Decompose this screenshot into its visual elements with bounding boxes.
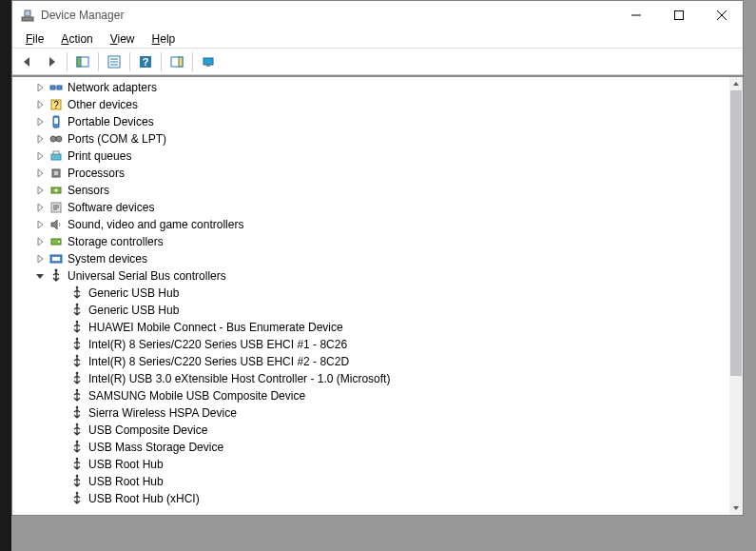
toolbar: ? — [12, 49, 743, 75]
expander-icon[interactable] — [33, 149, 47, 163]
svg-point-44 — [76, 492, 79, 495]
tree-category[interactable]: Sound, video and game controllers — [12, 216, 729, 233]
forward-button[interactable] — [40, 50, 63, 73]
svg-point-35 — [76, 338, 79, 341]
device-label: USB Mass Storage Device — [88, 441, 223, 454]
category-label: Print queues — [68, 149, 131, 163]
device-manager-window: Device Manager File Action View Help — [11, 0, 744, 516]
tree-device[interactable]: Intel(R) USB 3.0 eXtensible Host Control… — [12, 370, 729, 387]
properties-button[interactable] — [103, 50, 126, 73]
svg-point-42 — [76, 458, 79, 461]
svg-point-25 — [55, 189, 58, 192]
expander-icon[interactable] — [33, 115, 47, 128]
back-button[interactable] — [16, 50, 39, 73]
tree-category[interactable]: System devices — [12, 250, 729, 267]
tree-device[interactable]: SAMSUNG Mobile USB Composite Device — [12, 387, 729, 404]
scroll-up-button[interactable] — [729, 77, 743, 90]
titlebar[interactable]: Device Manager — [12, 1, 743, 30]
device-tree[interactable]: Network adapters?Other devicesPortable D… — [12, 77, 729, 515]
usb-device-icon — [69, 354, 85, 369]
usb-device-icon — [69, 491, 85, 506]
tree-device[interactable]: USB Root Hub — [12, 456, 729, 473]
svg-point-19 — [56, 136, 62, 142]
svg-rect-0 — [22, 17, 33, 21]
tree-category[interactable]: Sensors — [12, 182, 729, 199]
tree-device[interactable]: Intel(R) 8 Series/C220 Series USB EHCI #… — [12, 353, 729, 370]
scroll-track[interactable] — [729, 90, 743, 502]
expander-icon[interactable] — [33, 269, 47, 283]
scroll-down-button[interactable] — [729, 502, 743, 515]
expander-icon[interactable] — [33, 218, 47, 231]
tree-device[interactable]: HUAWEI Mobile Connect - Bus Enumerate De… — [12, 319, 729, 336]
expander-icon[interactable] — [33, 132, 47, 146]
menu-view[interactable]: View — [103, 31, 143, 47]
tree-category[interactable]: Network adapters — [12, 79, 729, 96]
ports-icon — [48, 131, 64, 147]
device-label: USB Root Hub — [88, 475, 164, 488]
network-icon — [48, 80, 64, 95]
tree-device[interactable]: USB Root Hub — [12, 473, 729, 490]
toolbar-separator — [67, 52, 68, 71]
tree-category[interactable]: ?Other devices — [12, 96, 729, 113]
expander-icon[interactable] — [33, 167, 47, 180]
tree-category[interactable]: Universal Serial Bus controllers — [12, 267, 729, 285]
tree-device[interactable]: USB Composite Device — [12, 422, 729, 439]
expander-icon[interactable] — [33, 201, 47, 214]
tree-category[interactable]: Storage controllers — [12, 233, 729, 250]
tree-device[interactable]: Sierra Wireless HSPA Device — [12, 404, 729, 422]
svg-point-33 — [76, 304, 79, 306]
svg-point-40 — [76, 423, 79, 426]
svg-rect-2 — [674, 11, 683, 20]
menu-action[interactable]: Action — [53, 31, 100, 47]
tree-category[interactable]: Print queues — [12, 148, 729, 165]
svg-point-37 — [76, 372, 79, 375]
svg-point-28 — [58, 241, 60, 243]
expander-icon[interactable] — [33, 98, 47, 111]
device-label: Intel(R) USB 3.0 eXtensible Host Control… — [88, 372, 390, 385]
menubar: File Action View Help — [12, 30, 743, 49]
svg-rect-12 — [50, 86, 55, 89]
category-label: Ports (COM & LPT) — [68, 132, 166, 146]
help-button[interactable]: ? — [134, 50, 157, 73]
menu-help[interactable]: Help — [145, 31, 184, 47]
svg-rect-1 — [25, 10, 30, 16]
toolbar-separator — [98, 52, 99, 71]
svg-rect-17 — [54, 118, 58, 124]
tree-device[interactable]: Generic USB Hub — [12, 285, 729, 302]
vertical-scrollbar[interactable] — [729, 77, 743, 515]
tree-device[interactable]: Generic USB Hub — [12, 302, 729, 319]
usb-device-icon — [69, 474, 85, 489]
usb-device-icon — [69, 440, 85, 455]
tree-device[interactable]: USB Mass Storage Device — [12, 439, 729, 456]
other-icon: ? — [48, 97, 64, 112]
expander-icon[interactable] — [33, 81, 47, 94]
svg-point-34 — [76, 321, 79, 324]
expander-icon[interactable] — [33, 235, 47, 248]
tree-category[interactable]: Portable Devices — [12, 113, 729, 130]
category-label: Storage controllers — [68, 235, 164, 248]
category-label: Network adapters — [68, 81, 157, 94]
printer-icon — [48, 148, 64, 164]
sound-icon — [48, 217, 64, 232]
close-button[interactable] — [700, 1, 743, 30]
tree-device[interactable]: USB Root Hub (xHCI) — [12, 490, 729, 507]
category-label: Processors — [68, 167, 125, 180]
tree-category[interactable]: Processors — [12, 165, 729, 182]
show-hide-console-tree-button[interactable] — [71, 50, 94, 73]
expander-icon[interactable] — [33, 184, 47, 197]
menu-file[interactable]: File — [18, 31, 51, 47]
action-pane-button[interactable] — [165, 50, 188, 73]
minimize-button[interactable] — [614, 1, 657, 30]
maximize-button[interactable] — [657, 1, 700, 30]
expander-icon[interactable] — [33, 252, 47, 266]
tree-category[interactable]: Ports (COM & LPT) — [12, 130, 729, 148]
usb-icon — [48, 268, 64, 284]
device-label: Sierra Wireless HSPA Device — [88, 406, 237, 420]
svg-rect-30 — [52, 257, 60, 261]
svg-text:?: ? — [53, 100, 59, 110]
device-label: USB Composite Device — [88, 423, 207, 437]
tree-category[interactable]: Software devices — [12, 199, 729, 216]
tree-device[interactable]: Intel(R) 8 Series/C220 Series USB EHCI #… — [12, 336, 729, 353]
scroll-thumb[interactable] — [730, 90, 742, 376]
scan-hardware-button[interactable] — [197, 50, 220, 73]
